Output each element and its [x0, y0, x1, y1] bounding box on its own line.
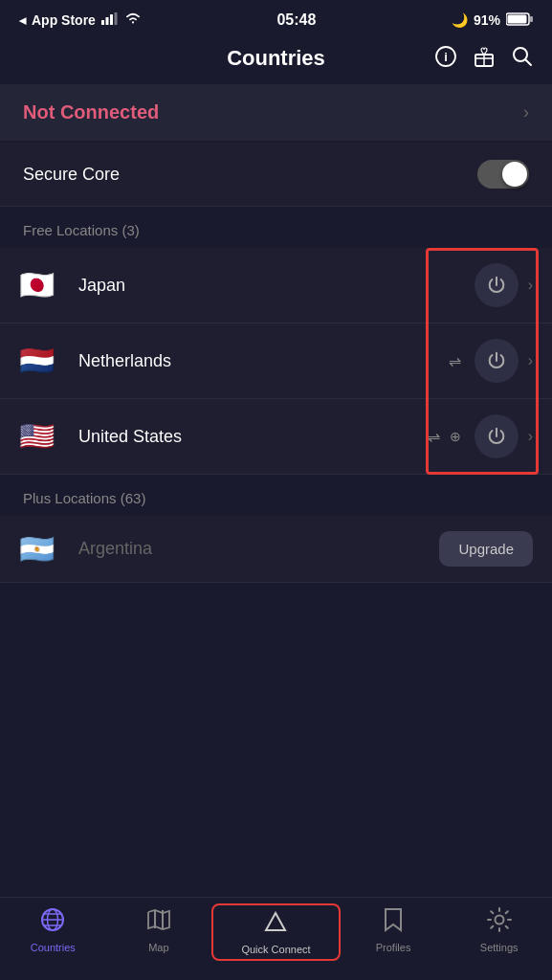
us-connect-btn[interactable]	[475, 414, 519, 458]
svg-point-20	[495, 916, 503, 924]
bottom-nav: Countries Map Quick Connect Profiles	[0, 897, 552, 980]
flag-netherlands: 🇳🇱	[19, 346, 61, 375]
country-name-argentina: Argentina	[78, 539, 439, 559]
status-right: 🌙 91%	[452, 12, 533, 29]
status-bar: ◂ App Store 05:48 🌙 91%	[0, 0, 552, 36]
us-icons: ⇌ ⊕	[428, 428, 461, 446]
map-icon	[146, 907, 171, 938]
flag-us: 🇺🇸	[19, 422, 61, 451]
svg-rect-3	[114, 12, 117, 25]
us-chevron: ›	[528, 428, 533, 445]
svg-marker-19	[266, 913, 285, 930]
svg-rect-5	[530, 16, 533, 22]
secure-core-row: Secure Core	[0, 143, 552, 207]
battery-icon	[506, 12, 533, 29]
connection-status: Not Connected	[23, 101, 159, 123]
svg-line-13	[526, 59, 532, 65]
toggle-knob	[502, 162, 527, 187]
country-row-japan: 🇯🇵 Japan ›	[0, 248, 552, 323]
svg-rect-1	[105, 17, 108, 25]
country-row-argentina: 🇦🇷 Argentina Upgrade	[0, 516, 552, 583]
bookmark-icon	[383, 907, 404, 938]
nav-profiles[interactable]: Profiles	[341, 907, 447, 961]
time-display: 05:48	[276, 11, 316, 29]
status-left: ◂ App Store	[19, 12, 142, 28]
japan-chevron: ›	[528, 277, 533, 294]
country-name-japan: Japan	[78, 276, 461, 296]
gift-icon[interactable]	[474, 46, 495, 72]
connection-chevron: ›	[523, 102, 529, 122]
p2p-icon: ⇌	[449, 352, 461, 370]
svg-rect-6	[508, 14, 527, 23]
nav-settings-label: Settings	[480, 942, 519, 953]
nav-quickconnect-label: Quick Connect	[241, 944, 310, 955]
back-arrow: ◂	[19, 12, 26, 28]
nav-settings[interactable]: Settings	[446, 907, 552, 961]
flag-argentina: 🇦🇷	[19, 535, 61, 564]
svg-rect-2	[110, 14, 113, 25]
us-p2p-icon: ⇌	[428, 428, 440, 446]
info-icon[interactable]: i	[435, 46, 456, 72]
us-tor-icon: ⊕	[450, 429, 461, 444]
secure-core-label: Secure Core	[23, 165, 120, 185]
flag-japan: 🇯🇵	[19, 271, 61, 300]
country-name-netherlands: Netherlands	[78, 351, 449, 371]
free-locations-list: 🇯🇵 Japan › 🇳🇱 Netherlands ⇌ ›	[0, 248, 552, 475]
netherlands-connect-btn[interactable]	[475, 339, 519, 383]
page-title: Countries	[227, 46, 325, 71]
header-actions: i	[435, 46, 533, 72]
bottom-spacer	[0, 583, 552, 659]
plus-locations-label: Plus Locations (63)	[23, 490, 145, 506]
japan-connect-btn[interactable]	[475, 263, 519, 307]
nav-map[interactable]: Map	[106, 907, 212, 961]
connection-bar[interactable]: Not Connected ›	[0, 84, 552, 141]
moon-icon: 🌙	[452, 12, 468, 28]
upgrade-button[interactable]: Upgrade	[439, 531, 533, 567]
nav-countries-label: Countries	[31, 942, 76, 953]
page-header: Countries i	[0, 36, 552, 84]
globe-icon	[40, 907, 65, 938]
netherlands-chevron: ›	[528, 352, 533, 369]
svg-rect-0	[101, 20, 104, 25]
carrier-label: App Store	[32, 12, 96, 28]
country-row-netherlands: 🇳🇱 Netherlands ⇌ ›	[0, 323, 552, 399]
battery-label: 91%	[474, 12, 500, 28]
gear-icon	[487, 907, 512, 938]
nav-profiles-label: Profiles	[376, 942, 411, 953]
svg-text:i: i	[444, 50, 448, 64]
free-locations-header: Free Locations (3)	[0, 207, 552, 248]
secure-core-toggle[interactable]	[477, 160, 529, 189]
free-locations-label: Free Locations (3)	[23, 222, 140, 238]
netherlands-icons: ⇌	[449, 352, 461, 370]
wifi-icon	[124, 12, 142, 28]
signal-icon	[101, 12, 119, 28]
country-name-us: United States	[78, 427, 428, 447]
quickconnect-icon	[263, 909, 288, 940]
nav-map-label: Map	[148, 942, 168, 953]
nav-countries[interactable]: Countries	[0, 907, 106, 961]
nav-quickconnect[interactable]: Quick Connect	[211, 903, 341, 961]
search-icon[interactable]	[512, 46, 533, 72]
country-row-us: 🇺🇸 United States ⇌ ⊕ ›	[0, 399, 552, 475]
plus-locations-header: Plus Locations (63)	[0, 475, 552, 516]
